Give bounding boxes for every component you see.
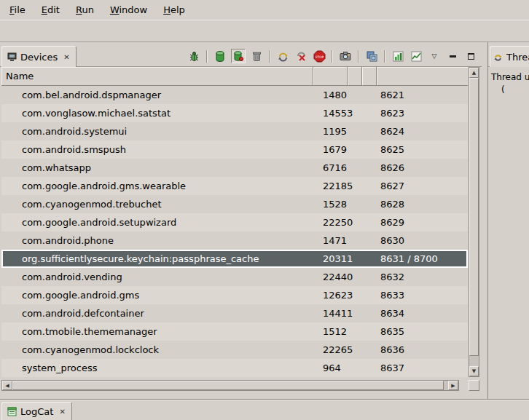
process-name: org.sufficientlysecure.keychain:passphra…: [1, 253, 313, 264]
table-row[interactable]: com.android.vending224408632: [1, 268, 468, 286]
svg-text:STOP: STOP: [315, 55, 324, 58]
process-name: com.google.android.gms.wearable: [1, 181, 313, 191]
process-pid: 22250: [313, 217, 348, 228]
process-port: 8624: [377, 126, 468, 137]
scroll-left-icon[interactable]: ◀: [2, 381, 12, 390]
process-pid: 14553: [313, 108, 348, 119]
table-row[interactable]: com.android.smspush16798625: [1, 140, 468, 159]
table-row[interactable]: com.tmobile.thememanager15128635: [1, 322, 468, 341]
tab-devices[interactable]: Devices ✕: [1, 46, 77, 67]
menu-window[interactable]: Window: [102, 1, 155, 18]
menu-edit[interactable]: Edit: [34, 1, 68, 18]
table-row[interactable]: system_process9648637: [1, 359, 468, 377]
process-port: 8631 / 8700: [377, 253, 468, 264]
process-port: 8630: [377, 235, 468, 246]
stop-profiling-button[interactable]: [294, 49, 308, 63]
scrollbar-corner: [469, 380, 479, 391]
toolbar-separator: [332, 50, 333, 63]
dump-hprof-button[interactable]: [231, 49, 246, 63]
process-pid: 22440: [313, 272, 348, 282]
scroll-right-icon[interactable]: ▶: [448, 381, 458, 390]
tab-threads-label: Threads: [506, 52, 529, 63]
column-header-port[interactable]: [377, 67, 468, 85]
column-header-empty[interactable]: [362, 67, 377, 85]
table-row[interactable]: com.whatsapp67168626: [1, 159, 468, 177]
process-port: 8627: [377, 181, 468, 191]
table-row[interactable]: com.vonglasow.michael.satstat145538623: [1, 104, 468, 122]
table-row[interactable]: com.google.android.setupwizard222508629: [1, 213, 468, 231]
close-icon[interactable]: ✕: [58, 408, 66, 416]
table-row[interactable]: com.cyanogenmod.lockclock222658636: [1, 341, 468, 359]
maximize-icon: [468, 53, 474, 60]
update-heap-button[interactable]: [213, 49, 227, 63]
cause-gc-trash-button[interactable]: [249, 49, 264, 63]
ui-hierarchy-button[interactable]: [364, 49, 379, 63]
tab-devices-label: Devices: [20, 52, 58, 63]
logcat-bar: LogCat ✕: [0, 399, 529, 420]
process-port: 8626: [377, 162, 468, 173]
threads-tabbar: Threads: [488, 42, 529, 67]
process-pid: 1679: [313, 144, 348, 155]
table-row[interactable]: org.sufficientlysecure.keychain:passphra…: [1, 250, 468, 268]
close-icon[interactable]: ✕: [63, 53, 70, 61]
table-header: Name: [1, 67, 468, 86]
process-name: com.google.android.gms: [1, 290, 313, 301]
systrace-chart-button[interactable]: [409, 49, 423, 63]
horizontal-scrollbar-thumb[interactable]: [12, 381, 444, 390]
process-name: com.google.android.setupwizard: [1, 217, 313, 228]
threads-icon: [493, 52, 503, 62]
vertical-scrollbar[interactable]: ▲ ▼: [469, 67, 479, 377]
process-pid: 22185: [313, 181, 348, 191]
process-port: 8635: [377, 326, 468, 337]
minimize-button[interactable]: [445, 49, 460, 63]
table-row[interactable]: com.android.systemui11958624: [1, 122, 468, 140]
process-pid: 1471: [313, 235, 348, 246]
process-name: com.android.defcontainer: [1, 308, 313, 319]
process-name: com.whatsapp: [1, 162, 313, 173]
process-port: 8621: [377, 90, 468, 100]
table-row[interactable]: com.google.android.gms.wearable221858627: [1, 177, 468, 195]
process-pid: 1195: [313, 126, 348, 137]
horizontal-scrollbar[interactable]: ◀ ▶: [1, 380, 459, 391]
panel-sash[interactable]: [482, 42, 488, 399]
tab-logcat[interactable]: LogCat ✕: [1, 402, 72, 420]
column-header-empty[interactable]: [348, 67, 362, 85]
process-pid: 20311: [313, 253, 348, 264]
process-port: 8628: [377, 199, 468, 210]
table-row[interactable]: com.google.android.gms126238633: [1, 286, 468, 304]
vertical-scrollbar-thumb[interactable]: [469, 78, 479, 356]
toolbar-separator: [206, 50, 208, 63]
menu-run[interactable]: Run: [68, 1, 102, 18]
table-row[interactable]: com.bel.android.dspmanager14808621: [1, 86, 468, 104]
main-toolbar: [0, 20, 529, 42]
column-header-pid[interactable]: [313, 67, 348, 85]
table-row[interactable]: com.android.defcontainer144118634: [1, 304, 468, 322]
process-pid: 12623: [313, 290, 348, 301]
device-icon: [7, 52, 17, 62]
maximize-button[interactable]: [463, 49, 478, 63]
ddms-window: File Edit Run Window Help Devices ✕: [0, 0, 529, 420]
scroll-down-icon[interactable]: ▼: [469, 366, 479, 376]
logcat-icon: [7, 407, 17, 416]
scroll-up-icon[interactable]: ▲: [469, 68, 479, 78]
table-row[interactable]: com.cyanogenmod.trebuchet15288628: [1, 195, 468, 213]
column-header-name[interactable]: Name: [1, 67, 313, 85]
process-port: 8629: [377, 217, 468, 228]
process-port: 8633: [377, 290, 468, 301]
view-hierarchy-bars-button[interactable]: [391, 49, 405, 63]
table-row[interactable]: com.android.phone14718630: [1, 231, 468, 250]
menu-help[interactable]: Help: [155, 1, 193, 18]
tab-threads[interactable]: Threads: [490, 46, 529, 67]
toolbar-separator: [358, 50, 359, 63]
process-name: com.vonglasow.michael.satstat: [1, 108, 313, 119]
stop-process-button[interactable]: STOP: [312, 49, 326, 63]
menu-file[interactable]: File: [1, 1, 34, 18]
threads-message: Thread up (: [491, 71, 529, 96]
screenshot-camera-button[interactable]: [338, 49, 353, 63]
process-port: 8632: [377, 272, 468, 282]
process-pid: 1528: [313, 199, 348, 210]
process-pid: 22265: [313, 344, 348, 355]
debug-process-button[interactable]: [187, 49, 201, 63]
update-threads-button[interactable]: [275, 49, 290, 63]
view-menu-button[interactable]: ▽: [427, 49, 442, 63]
